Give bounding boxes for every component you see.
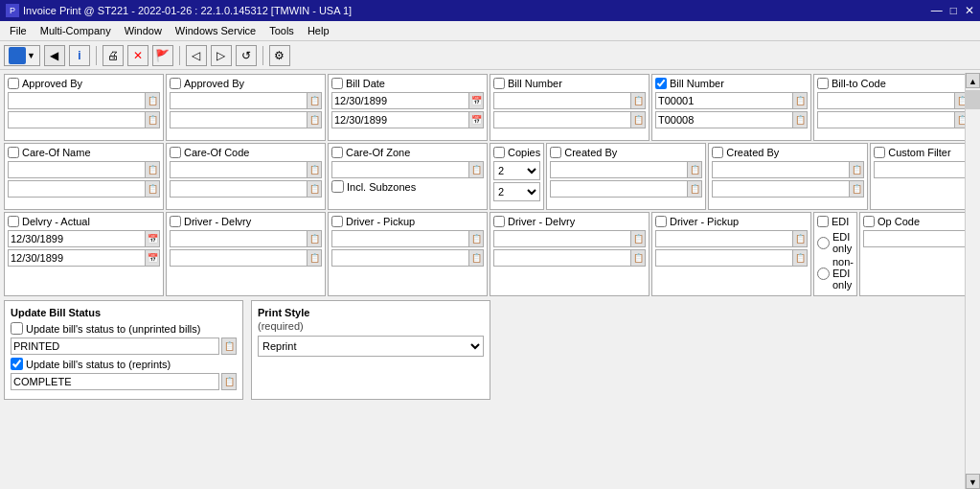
filter-created-by-2-input1[interactable] [712, 161, 849, 178]
filter-driver-delvry-2-input1[interactable] [493, 230, 630, 247]
update-unprinted-lookup[interactable]: 📋 [221, 338, 237, 355]
update-reprints-value-input[interactable] [11, 373, 219, 390]
toolbar-delete-button[interactable]: ✕ [127, 45, 148, 66]
filter-edi-only-radio[interactable] [817, 237, 830, 249]
update-unprinted-checkbox[interactable] [11, 322, 23, 335]
filter-driver-pickup-1-lookup2[interactable]: 📋 [468, 249, 484, 267]
toolbar-btn-3[interactable]: ◁ [186, 45, 207, 66]
filter-driver-delvry-1-checkbox[interactable] [170, 216, 181, 227]
filter-bill-number-2-lookup1[interactable]: 📋 [792, 92, 808, 109]
toolbar-info-button[interactable]: i [69, 45, 90, 66]
filter-approved-by-2-lookup1[interactable]: 📋 [307, 92, 322, 109]
filter-created-by-1-input2[interactable] [550, 180, 687, 198]
filter-driver-pickup-2-input1[interactable] [655, 230, 792, 247]
filter-driver-delvry-1-lookup1[interactable]: 📋 [307, 230, 322, 247]
menu-window[interactable]: Window [119, 23, 168, 38]
minimize-button[interactable]: — [931, 4, 943, 17]
toolbar-btn-6[interactable]: ⚙ [269, 45, 290, 66]
update-unprinted-value-input[interactable] [11, 338, 219, 355]
filter-approved-by-2-lookup2[interactable]: 📋 [307, 111, 322, 128]
filter-driver-pickup-2-checkbox[interactable] [655, 216, 667, 227]
toolbar-dropdown[interactable]: ▼ [4, 45, 40, 66]
filter-driver-delvry-2-checkbox[interactable] [493, 216, 505, 227]
filter-op-code-checkbox[interactable] [863, 216, 875, 227]
toolbar-back-button[interactable]: ◀ [44, 45, 65, 66]
filter-bill-number-1-input1[interactable] [493, 92, 630, 109]
filter-bill-number-1-lookup2[interactable]: 📋 [630, 111, 646, 128]
filter-careof-name-checkbox[interactable] [8, 147, 19, 158]
print-style-select[interactable]: Reprint Original Copy [258, 336, 484, 357]
scrollbar-thumb[interactable] [966, 90, 980, 109]
filter-careof-name-input2[interactable] [8, 180, 145, 198]
filter-driver-delvry-1-input2[interactable] [170, 249, 307, 267]
filter-driver-pickup-1-input1[interactable] [331, 230, 468, 247]
filter-bill-number-2-checkbox[interactable] [655, 78, 667, 89]
filter-incl-subzones-checkbox[interactable] [331, 180, 344, 193]
filter-created-by-1-checkbox[interactable] [550, 147, 561, 158]
filter-delvry-actual-input2[interactable] [8, 249, 145, 267]
filter-careof-zone-input1[interactable] [331, 161, 468, 178]
filter-careof-code-2-input2[interactable] [170, 180, 307, 198]
filter-delvry-actual-cal1[interactable]: 📅 [145, 230, 160, 247]
toolbar-btn-5[interactable]: ↺ [236, 45, 257, 66]
filter-created-by-2-checkbox[interactable] [712, 147, 723, 158]
filter-bill-number-1-input2[interactable] [493, 111, 630, 128]
filter-delvry-actual-input1[interactable] [8, 230, 145, 247]
scrollbar-down[interactable]: ▼ [966, 474, 980, 489]
filter-edi-checkbox[interactable] [817, 216, 829, 227]
filter-created-by-1-lookup1[interactable]: 📋 [687, 161, 702, 178]
scrollbar-up[interactable]: ▲ [966, 73, 980, 88]
menu-help[interactable]: Help [302, 23, 335, 38]
filter-careof-zone-lookup1[interactable]: 📋 [468, 161, 484, 178]
filter-driver-pickup-2-lookup2[interactable]: 📋 [792, 249, 808, 267]
filter-approved-by-1-lookup2[interactable]: 📋 [145, 111, 160, 128]
filter-driver-delvry-2-lookup1[interactable]: 📋 [630, 230, 646, 247]
filter-bill-number-2-lookup2[interactable]: 📋 [792, 111, 808, 128]
filter-bill-date-cal1[interactable]: 📅 [468, 92, 484, 109]
filter-approved-by-1-lookup1[interactable]: 📋 [145, 92, 160, 109]
filter-approved-by-1-checkbox[interactable] [8, 78, 19, 89]
close-button[interactable]: ✕ [965, 4, 974, 17]
filter-delvry-actual-checkbox[interactable] [8, 216, 19, 227]
filter-approved-by-2-input2[interactable] [170, 111, 307, 128]
filter-created-by-2-input2[interactable] [712, 180, 849, 198]
filter-careof-zone-checkbox[interactable] [331, 147, 343, 158]
filter-careof-code-2-lookup2[interactable]: 📋 [307, 180, 322, 198]
filter-copies-select1[interactable]: 213 [493, 161, 540, 180]
menu-windowsservice[interactable]: Windows Service [170, 23, 262, 38]
filter-non-edi-only-radio[interactable] [817, 268, 830, 280]
filter-bill-number-1-checkbox[interactable] [493, 78, 505, 89]
filter-bill-date-input1[interactable] [331, 92, 468, 109]
filter-driver-delvry-1-lookup2[interactable]: 📋 [307, 249, 322, 267]
filter-created-by-1-input1[interactable] [550, 161, 687, 178]
update-reprints-lookup[interactable]: 📋 [221, 373, 237, 390]
filter-created-by-1-lookup2[interactable]: 📋 [687, 180, 702, 198]
menu-file[interactable]: File [4, 23, 33, 38]
filter-approved-by-1-input1[interactable] [8, 92, 145, 109]
filter-op-code-input1[interactable] [863, 230, 980, 247]
filter-careof-code-2-input1[interactable] [170, 161, 307, 178]
maximize-button[interactable]: □ [950, 4, 957, 17]
filter-billto-code-1-checkbox[interactable] [817, 78, 829, 89]
filter-driver-pickup-2-input2[interactable] [655, 249, 792, 267]
filter-billto-code-1-input1[interactable] [817, 92, 954, 109]
filter-bill-number-2-input2[interactable] [655, 111, 792, 128]
filter-driver-delvry-2-input2[interactable] [493, 249, 630, 267]
filter-careof-name-input1[interactable] [8, 161, 145, 178]
filter-delvry-actual-cal2[interactable]: 📅 [145, 249, 160, 267]
filter-bill-number-2-input1[interactable] [655, 92, 792, 109]
filter-bill-date-input2[interactable] [331, 111, 468, 128]
filter-careof-code-2-lookup1[interactable]: 📋 [307, 161, 322, 178]
toolbar-print-button[interactable]: 🖨 [103, 45, 124, 66]
filter-driver-delvry-2-lookup2[interactable]: 📋 [630, 249, 646, 267]
filter-driver-pickup-2-lookup1[interactable]: 📋 [792, 230, 808, 247]
filter-careof-code-2-checkbox[interactable] [170, 147, 181, 158]
filter-driver-pickup-1-input2[interactable] [331, 249, 468, 267]
menu-tools[interactable]: Tools [263, 23, 300, 38]
filter-created-by-2-lookup2[interactable]: 📋 [849, 180, 864, 198]
filter-bill-date-cal2[interactable]: 📅 [468, 111, 484, 128]
toolbar-btn-4[interactable]: ▷ [211, 45, 232, 66]
filter-approved-by-2-input1[interactable] [170, 92, 307, 109]
filter-custom-filter-checkbox[interactable] [874, 147, 885, 158]
filter-careof-name-lookup2[interactable]: 📋 [145, 180, 160, 198]
